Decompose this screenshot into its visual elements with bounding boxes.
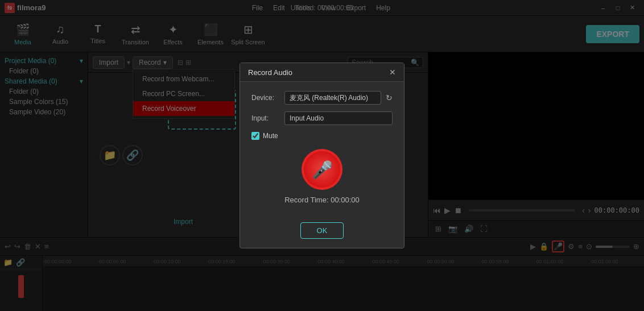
input-label: Input: bbox=[251, 114, 280, 122]
record-time-value: 00:00:00 bbox=[331, 196, 360, 204]
input-row: Input: Input Audio bbox=[251, 111, 393, 125]
modal-title: Record Audio bbox=[248, 68, 292, 77]
modal-footer: OK bbox=[240, 222, 404, 248]
record-time: Record Time: 00:00:00 bbox=[251, 196, 393, 204]
mute-row: Mute bbox=[251, 132, 393, 140]
ok-button[interactable]: OK bbox=[300, 222, 344, 239]
modal-header: Record Audio ✕ bbox=[240, 63, 404, 82]
mic-record-button[interactable]: 🎤 bbox=[302, 149, 342, 190]
device-row: Device: 麦克风 (Realtek(R) Audio) ↻ bbox=[251, 91, 393, 105]
modal-overlay: Record Audio ✕ Device: 麦克风 (Realtek(R) A… bbox=[0, 0, 644, 311]
record-time-label: Record Time: bbox=[284, 196, 328, 204]
mute-checkbox[interactable] bbox=[251, 132, 259, 140]
record-audio-modal: Record Audio ✕ Device: 麦克风 (Realtek(R) A… bbox=[240, 63, 404, 248]
refresh-button[interactable]: ↻ bbox=[386, 93, 393, 102]
modal-body: Device: 麦克风 (Realtek(R) Audio) ↻ Input: … bbox=[240, 82, 404, 222]
mic-icon: 🎤 bbox=[312, 160, 333, 180]
device-select[interactable]: 麦克风 (Realtek(R) Audio) bbox=[284, 91, 381, 105]
input-select[interactable]: Input Audio bbox=[284, 111, 393, 125]
modal-close-button[interactable]: ✕ bbox=[389, 68, 396, 77]
mute-label: Mute bbox=[263, 132, 278, 140]
device-label: Device: bbox=[251, 94, 280, 102]
